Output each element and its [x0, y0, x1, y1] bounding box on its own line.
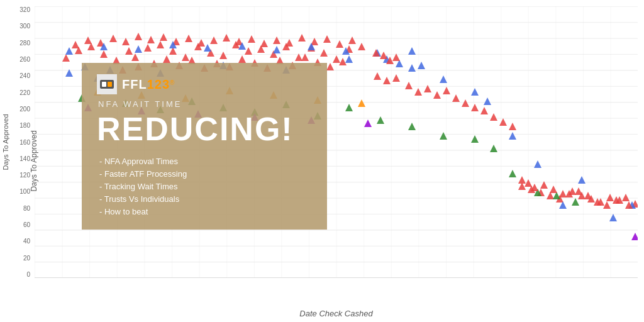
y-tick-0: 0	[26, 271, 30, 278]
y-tick-80: 80	[23, 205, 30, 212]
logo-icon	[97, 74, 117, 94]
y-tick-220: 220	[19, 89, 30, 96]
y-tick-120: 120	[19, 172, 30, 179]
y-axis-label: Days To Approved	[2, 114, 9, 170]
y-tick-20: 20	[23, 255, 30, 262]
y-tick-280: 280	[19, 40, 30, 47]
y-tick-140: 140	[19, 155, 30, 162]
chart-container: Days To Approved	[0, 0, 644, 322]
bullet-list: - NFA Approval Times - Faster ATF Proces…	[97, 157, 312, 216]
bullet-item-2: - Faster ATF Processing	[97, 169, 312, 179]
y-tick-200: 200	[19, 106, 30, 113]
y-tick-160: 160	[19, 139, 30, 146]
x-axis-label-container: Date Check Cashed	[35, 308, 638, 319]
y-tick-240: 240	[19, 72, 30, 79]
main-heading: REDUCING!	[97, 113, 312, 145]
bullet-item-3: - Tracking Wait Times	[97, 182, 312, 191]
svg-rect-217	[102, 82, 106, 87]
logo-row: FFL123®	[97, 74, 312, 94]
overlay-card: FFL123® NFA WAIT TIME REDUCING! - NFA Ap…	[82, 63, 327, 230]
svg-rect-218	[108, 82, 112, 87]
subtitle: NFA WAIT TIME	[98, 99, 312, 109]
y-tick-320: 320	[19, 6, 30, 13]
x-axis-label: Date Check Cashed	[299, 309, 372, 318]
y-axis-label-container: Days To Approved	[0, 6, 11, 278]
logo-text: FFL123®	[122, 77, 174, 92]
logo-number: 123	[147, 77, 170, 91]
y-tick-300: 300	[19, 23, 30, 30]
bullet-item-4: - Trusts Vs Individuals	[97, 194, 312, 204]
logo-registered: ®	[170, 79, 174, 86]
bullet-item-1: - NFA Approval Times	[97, 157, 312, 166]
logo-ffl: FFL	[122, 77, 147, 91]
y-tick-100: 100	[19, 188, 30, 195]
y-tick-40: 40	[23, 238, 30, 245]
bullet-item-5: - How to beat	[97, 207, 312, 216]
y-tick-180: 180	[19, 122, 30, 129]
y-tick-60: 60	[23, 221, 30, 228]
y-tick-260: 260	[19, 56, 30, 63]
